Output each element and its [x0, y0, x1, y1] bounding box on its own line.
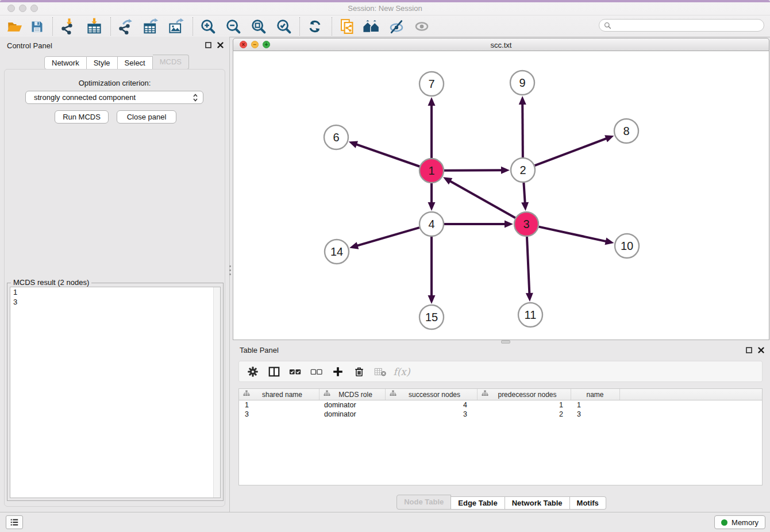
network-view-window: × − + scc.txt 7968124314101511 [233, 38, 769, 340]
network-graph: 7968124314101511 [233, 51, 769, 339]
close-panel-button[interactable]: Close panel [117, 110, 176, 124]
graph-node-1[interactable]: 1 [419, 159, 444, 183]
search-box[interactable] [599, 19, 764, 32]
mcds-result-title: MCDS result (2 nodes) [11, 278, 91, 287]
edge-1-6[interactable] [356, 144, 419, 167]
edge-3-10[interactable] [538, 227, 606, 242]
edge-arrowhead [526, 293, 533, 302]
optimization-criterion-label: Optimization criterion: [0, 79, 229, 87]
close-panel-icon[interactable] [217, 42, 224, 48]
edge-2-8[interactable] [535, 138, 607, 166]
open-session-icon[interactable] [5, 17, 25, 36]
svg-text:4: 4 [428, 218, 434, 230]
column-header-name[interactable]: name [571, 389, 620, 400]
delete-icon[interactable] [351, 364, 367, 380]
edge-arrowhead [428, 97, 436, 106]
tab-select[interactable]: Select [118, 56, 153, 70]
graph-node-11[interactable]: 11 [518, 303, 542, 327]
export-image-icon[interactable] [165, 17, 186, 36]
hide-details-icon[interactable] [386, 17, 407, 36]
list-icon [9, 518, 20, 527]
cell: dominator [319, 400, 386, 410]
graph-node-3[interactable]: 3 [514, 212, 538, 236]
graph-node-15[interactable]: 15 [419, 305, 444, 329]
tab-network[interactable]: Network [44, 56, 87, 70]
edge-1-2[interactable] [444, 170, 502, 171]
column-header-shared-name[interactable]: shared name [239, 389, 319, 400]
mcds-result-textarea[interactable]: 13 [10, 287, 221, 498]
home-view-icon[interactable] [361, 17, 382, 36]
graph-node-4[interactable]: 4 [419, 212, 444, 236]
graph-node-2[interactable]: 2 [511, 158, 535, 182]
column-view-icon[interactable] [266, 364, 282, 380]
column-header-successor-nodes[interactable]: successor nodes [386, 389, 478, 400]
tree-icon [482, 390, 488, 399]
table-row[interactable]: 1dominator411 [239, 400, 762, 410]
column-header-MCDS-role[interactable]: MCDS role [319, 389, 386, 400]
refresh-layout-icon[interactable] [305, 17, 325, 36]
edge-4-14[interactable] [357, 228, 419, 246]
svg-text:6: 6 [333, 131, 339, 144]
tab-mcds[interactable]: MCDS [153, 55, 189, 70]
edge-2-9[interactable] [522, 103, 523, 157]
cell: 2 [478, 410, 571, 419]
edge-3-11[interactable] [527, 237, 529, 294]
tab-edge-table[interactable]: Edge Table [451, 496, 505, 510]
zoom-selected-icon[interactable] [274, 17, 294, 36]
zoom-fit-icon[interactable] [248, 17, 269, 36]
graph-node-6[interactable]: 6 [324, 125, 348, 149]
memory-button[interactable]: Memory [714, 515, 765, 529]
import-network-icon[interactable] [57, 17, 78, 36]
zoom-out-icon[interactable] [223, 17, 244, 36]
window-chrome: Session: New Session [0, 2, 770, 37]
task-history-button[interactable] [6, 515, 23, 529]
table-row[interactable]: 3dominator323 [239, 410, 762, 419]
graph-node-14[interactable]: 14 [325, 240, 349, 264]
float-table-panel-icon[interactable] [746, 347, 752, 353]
column-header-predecessor-nodes[interactable]: predecessor nodes [478, 389, 571, 400]
gear-icon[interactable] [245, 364, 261, 380]
tab-node-table[interactable]: Node Table [396, 495, 451, 510]
edge-2-3[interactable] [523, 183, 525, 203]
add-icon[interactable] [330, 364, 346, 380]
optimization-criterion-select[interactable]: strongly connected component [25, 91, 203, 104]
export-table-icon[interactable] [140, 17, 161, 36]
toolbar-separator [52, 17, 53, 36]
close-table-panel-icon[interactable] [758, 347, 764, 353]
svg-text:2: 2 [519, 164, 526, 176]
panel-splitter-handle[interactable] [229, 265, 231, 280]
table-tabs: Node TableEdge TableNetwork TableMotifs [233, 496, 770, 510]
show-details-icon[interactable] [411, 17, 432, 36]
graph-node-9[interactable]: 9 [510, 71, 534, 95]
tab-motifs[interactable]: Motifs [570, 496, 606, 510]
graph-node-10[interactable]: 10 [615, 234, 639, 258]
save-session-icon[interactable] [26, 17, 47, 36]
tab-style[interactable]: Style [87, 56, 118, 70]
cell: 1 [478, 400, 571, 410]
deselect-all-icon[interactable] [309, 364, 325, 380]
import-table-icon[interactable] [84, 17, 105, 36]
new-network-icon[interactable] [337, 17, 357, 36]
zoom-in-icon[interactable] [198, 17, 218, 36]
toolbar-separator [110, 17, 111, 36]
network-window-title: scc.txt [233, 41, 769, 49]
run-mcds-button[interactable]: Run MCDS [55, 110, 109, 124]
table-panel-title: Table Panel [240, 346, 279, 354]
network-canvas[interactable]: 7968124314101511 [233, 51, 769, 340]
network-window-titlebar[interactable]: × − + scc.txt [233, 38, 769, 51]
control-panel-tabs: NetworkStyleSelectMCDS [44, 55, 189, 70]
tab-network-table[interactable]: Network Table [505, 496, 570, 510]
cell: 4 [386, 400, 478, 410]
select-all-icon[interactable] [287, 364, 303, 380]
export-network-icon[interactable] [115, 17, 136, 36]
table-header-row: shared nameMCDS rolesuccessor nodesprede… [239, 389, 762, 400]
cell: 3 [571, 410, 620, 419]
toolbar-separator [332, 17, 332, 36]
graph-node-7[interactable]: 7 [419, 72, 444, 96]
edge-3-1[interactable] [449, 181, 515, 218]
edge-arrowhead [428, 202, 436, 211]
float-panel-icon[interactable] [205, 42, 211, 48]
graph-node-8[interactable]: 8 [614, 119, 638, 143]
result-scrollbar[interactable] [213, 287, 220, 498]
search-input[interactable] [614, 21, 759, 30]
